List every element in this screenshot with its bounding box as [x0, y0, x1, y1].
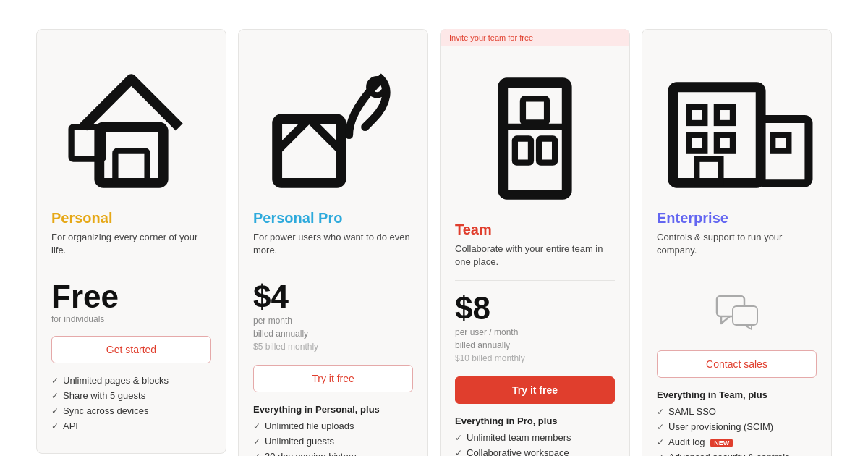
feature-item: ✓ Unlimited guests — [253, 436, 413, 447]
check-icon: ✓ — [455, 433, 462, 443]
svg-rect-15 — [717, 135, 733, 151]
plan-desc-personal: For organizing every corner of your life… — [51, 231, 211, 257]
feature-item: ✓ Unlimited file uploads — [253, 421, 413, 431]
feature-item: ✓ 30 day version history — [253, 451, 413, 456]
features-heading-pro: Everything in Personal, plus — [253, 404, 413, 415]
price-main-team: $8 — [455, 292, 615, 324]
feature-label: Unlimited file uploads — [265, 421, 354, 431]
price-sub-line2: billed annually — [253, 329, 308, 339]
feature-item: ✓ SAML SSO — [657, 406, 817, 417]
feature-item: ✓ Audit log NEW — [657, 436, 817, 447]
divider — [657, 269, 817, 269]
check-icon: ✓ — [51, 376, 59, 386]
svg-rect-3 — [277, 119, 341, 182]
plan-desc-enterprise: Controls & support to run your company. — [657, 231, 817, 257]
contact-sales-button[interactable]: Contact sales — [657, 350, 817, 378]
card-header-enterprise: Enterprise Controls & support to run you… — [657, 47, 817, 257]
feature-item: ✓ Unlimited pages & blocks — [51, 375, 211, 386]
svg-rect-6 — [523, 98, 547, 122]
feature-label: Unlimited pages & blocks — [63, 375, 169, 386]
feature-label: API — [63, 421, 78, 431]
feature-item: ✓ Unlimited team members — [455, 432, 615, 443]
feature-item: ✓ Collaborative workspace — [455, 447, 615, 456]
feature-label: User provisioning (SCIM) — [668, 421, 773, 432]
personal-icon — [51, 197, 211, 209]
personal-pro-icon — [253, 197, 413, 209]
price-block-personal-pro: $4 per month billed annually $5 billed m… — [253, 281, 413, 353]
plan-name-personal: Personal — [51, 210, 211, 227]
plan-card-personal: Personal For organizing every corner of … — [36, 29, 226, 454]
check-icon: ✓ — [253, 436, 260, 447]
plan-name-personal-pro: Personal Pro — [253, 210, 413, 227]
check-icon: ✓ — [51, 406, 59, 416]
features-heading-team: Everything in Pro, plus — [455, 415, 615, 426]
check-icon: ✓ — [657, 407, 664, 417]
feature-label: Sync across devices — [63, 405, 149, 416]
feature-item: ✓ Advanced security & controls — [657, 452, 817, 456]
price-block-team: $8 per user / month billed annually $10 … — [455, 292, 615, 365]
card-header-team: Team Collaborate with your entire team i… — [455, 59, 615, 269]
check-icon: ✓ — [51, 391, 59, 401]
price-sub-line2: billed annually — [455, 340, 510, 350]
check-icon: ✓ — [455, 448, 462, 456]
plan-card-enterprise: Enterprise Controls & support to run you… — [642, 29, 832, 456]
svg-rect-14 — [689, 135, 705, 151]
svg-rect-0 — [99, 127, 163, 183]
svg-rect-7 — [515, 139, 531, 163]
features-personal-pro: Everything in Personal, plus ✓ Unlimited… — [253, 404, 413, 456]
feature-item: ✓ User provisioning (SCIM) — [657, 421, 817, 432]
check-icon: ✓ — [253, 421, 260, 431]
team-badge: Invite your team for free — [441, 29, 629, 46]
divider — [253, 269, 413, 269]
plan-desc-personal-pro: For power users who want to do even more… — [253, 231, 413, 257]
feature-label: Advanced security & controls — [668, 452, 790, 456]
check-icon: ✓ — [253, 452, 260, 456]
price-sub-line3: $5 billed monthly — [253, 342, 318, 352]
plan-desc-team: Collaborate with your entire team in one… — [455, 242, 615, 269]
feature-item: ✓ API — [51, 421, 211, 431]
svg-rect-19 — [733, 306, 757, 325]
feature-label: Audit log NEW — [668, 436, 733, 447]
get-started-button[interactable]: Get started — [51, 336, 211, 363]
feature-label: Unlimited team members — [467, 432, 571, 443]
plan-card-team: Invite your team for free Team Collabora… — [440, 29, 630, 456]
card-header-personal-pro: Personal Pro For power users who want to… — [253, 47, 413, 257]
svg-rect-8 — [539, 139, 555, 163]
price-block-enterprise — [657, 281, 817, 339]
check-icon: ✓ — [51, 421, 59, 431]
price-sub-line1: per month — [253, 316, 292, 326]
price-sub-personal-pro: per month billed annually $5 billed mont… — [253, 314, 413, 353]
feature-item: ✓ Share with 5 guests — [51, 390, 211, 401]
feature-label: Share with 5 guests — [63, 390, 145, 401]
card-header-personal: Personal For organizing every corner of … — [51, 47, 211, 257]
divider — [51, 269, 211, 269]
features-heading-enterprise: Everything in Team, plus — [657, 389, 817, 400]
features-enterprise: Everything in Team, plus ✓ SAML SSO ✓ Us… — [657, 389, 817, 456]
svg-rect-17 — [773, 135, 788, 151]
price-sub-team: per user / month billed annually $10 bil… — [455, 326, 615, 365]
price-main-personal: Free — [51, 281, 211, 313]
divider — [455, 280, 615, 281]
features-personal: ✓ Unlimited pages & blocks ✓ Share with … — [51, 375, 211, 431]
new-badge: NEW — [710, 439, 733, 447]
try-free-button-pro[interactable]: Try it free — [253, 365, 413, 392]
price-main-personal-pro: $4 — [253, 281, 413, 313]
feature-item: ✓ Sync across devices — [51, 405, 211, 416]
plan-name-enterprise: Enterprise — [657, 210, 817, 227]
feature-label: Collaborative workspace — [467, 447, 569, 456]
feature-label: SAML SSO — [668, 406, 716, 417]
price-sub-line3: $10 billed monthly — [455, 353, 525, 363]
team-icon — [455, 208, 615, 221]
enterprise-icon — [657, 197, 817, 209]
check-icon: ✓ — [657, 437, 664, 447]
plan-name-team: Team — [455, 221, 615, 238]
check-icon: ✓ — [657, 452, 664, 456]
check-icon: ✓ — [657, 422, 664, 432]
feature-label: Unlimited guests — [265, 436, 334, 447]
feature-label: 30 day version history — [265, 451, 356, 456]
svg-rect-13 — [717, 107, 733, 123]
price-block-personal: Free for individuals — [51, 281, 211, 324]
features-team: Everything in Pro, plus ✓ Unlimited team… — [455, 415, 615, 456]
chat-icon — [715, 290, 759, 330]
try-free-button-team[interactable]: Try it free — [455, 376, 615, 404]
